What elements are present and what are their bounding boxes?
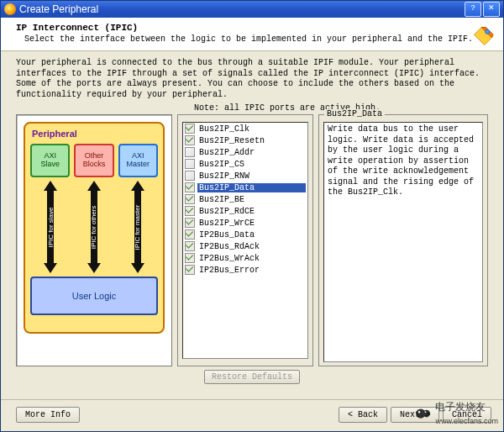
arrow-ipic-master: IPIC for master <box>118 181 158 273</box>
port-item[interactable]: Bus2IP_WrCE <box>183 217 307 229</box>
bottom-bar: More Info < Back Next > Cancel <box>1 399 503 431</box>
arrow-label-slave: IPIC for slave <box>46 207 54 247</box>
port-item[interactable]: IP2Bus_Data <box>183 229 307 240</box>
port-name-label: Bus2IP_Clk <box>197 124 306 134</box>
port-checkbox <box>185 124 195 134</box>
port-item[interactable]: Bus2IP_BE <box>183 193 307 205</box>
port-item[interactable]: Bus2IP_Resetn <box>183 134 307 146</box>
help-button[interactable]: ? <box>465 2 481 17</box>
page-subtitle: Select the interface between the logic t… <box>24 34 495 44</box>
arrow-ipic-others: IPIC for others <box>74 181 113 273</box>
arrow-label-others: IPIC for others <box>90 205 97 249</box>
port-name-label: Bus2IP_Data <box>197 183 306 192</box>
diagram-title: Peripheral <box>32 129 158 139</box>
port-checkbox <box>185 265 195 275</box>
back-button[interactable]: < Back <box>339 407 387 423</box>
port-checkbox[interactable] <box>185 159 195 169</box>
port-name-label: Bus2IP_RdCE <box>197 207 306 216</box>
port-desc-group-label: Bus2IP_Data <box>324 109 385 119</box>
description-text: Your peripheral is connected to the bus … <box>1 51 503 103</box>
port-checkbox <box>185 182 195 192</box>
port-checkbox <box>185 135 195 145</box>
page-title: IP Interconnect (IPIC) <box>16 23 495 33</box>
cancel-button[interactable]: Cancel <box>443 407 491 423</box>
close-button[interactable]: ✕ <box>483 2 500 17</box>
ipic-header-icon <box>471 24 495 48</box>
port-checkbox[interactable] <box>185 147 195 157</box>
port-item[interactable]: IP2Bus_WrAck <box>183 252 307 264</box>
port-checkbox <box>185 229 195 240</box>
svg-point-0 <box>486 29 490 34</box>
port-item[interactable]: Bus2IP_RdCE <box>183 205 307 217</box>
block-axi-slave: AXI Slave <box>30 144 70 177</box>
ports-list[interactable]: Bus2IP_ClkBus2IP_ResetnBus2IP_AddrBus2IP… <box>182 122 308 359</box>
dialog-window: Create Peripheral ? ✕ IP Interconnect (I… <box>0 0 504 432</box>
port-name-label: Bus2IP_Addr <box>197 148 306 157</box>
port-checkbox[interactable] <box>185 171 195 181</box>
port-desc-group: Bus2IP_Data Write data bus to the user l… <box>318 114 488 366</box>
port-name-label: IP2Bus_RdAck <box>197 242 306 251</box>
port-desc-text: Write data bus to the user logic. Write … <box>323 122 483 362</box>
port-item[interactable]: IP2Bus_RdAck <box>183 240 307 252</box>
port-checkbox <box>185 206 195 216</box>
block-user-logic: User Logic <box>30 277 158 315</box>
port-name-label: Bus2IP_BE <box>197 195 306 204</box>
app-icon <box>4 3 16 15</box>
arrow-label-master: IPIC for master <box>134 204 142 250</box>
port-name-label: Bus2IP_CS <box>197 160 306 169</box>
port-checkbox <box>185 241 195 251</box>
port-item[interactable]: Bus2IP_Clk <box>183 123 307 134</box>
restore-defaults-button[interactable]: Restore Defaults <box>204 370 300 384</box>
diagram-panel: Peripheral AXI Slave Other Blocks AXI Ma… <box>16 114 172 366</box>
port-name-label: Bus2IP_WrCE <box>197 219 306 228</box>
port-item[interactable]: Bus2IP_Data <box>183 182 307 193</box>
port-checkbox <box>185 218 195 228</box>
more-info-button[interactable]: More Info <box>16 407 80 423</box>
port-item[interactable]: Bus2IP_CS <box>183 158 307 170</box>
window-title: Create Peripheral <box>19 3 98 15</box>
block-other: Other Blocks <box>74 144 113 177</box>
port-name-label: Bus2IP_RNW <box>197 171 306 181</box>
port-name-label: IP2Bus_Data <box>197 230 306 240</box>
peripheral-diagram: Peripheral AXI Slave Other Blocks AXI Ma… <box>24 122 165 334</box>
port-item[interactable]: Bus2IP_RNW <box>183 170 307 182</box>
header-band: IP Interconnect (IPIC) Select the interf… <box>1 18 503 51</box>
next-button[interactable]: Next > <box>391 407 439 423</box>
port-name-label: IP2Bus_WrAck <box>197 254 306 263</box>
ports-group: Bus2IP_ClkBus2IP_ResetnBus2IP_AddrBus2IP… <box>177 114 313 366</box>
note-text: Note: all IPIC ports are active high. <box>1 103 503 114</box>
port-checkbox <box>185 253 195 263</box>
titlebar: Create Peripheral ? ✕ <box>1 1 503 18</box>
port-item[interactable]: Bus2IP_Addr <box>183 146 307 158</box>
arrow-ipic-slave: IPIC for slave <box>30 181 70 273</box>
port-checkbox <box>185 194 195 204</box>
port-name-label: Bus2IP_Resetn <box>197 136 306 145</box>
port-name-label: IP2Bus_Error <box>197 266 306 275</box>
port-item[interactable]: IP2Bus_Error <box>183 264 307 276</box>
block-axi-master: AXI Master <box>118 144 158 177</box>
